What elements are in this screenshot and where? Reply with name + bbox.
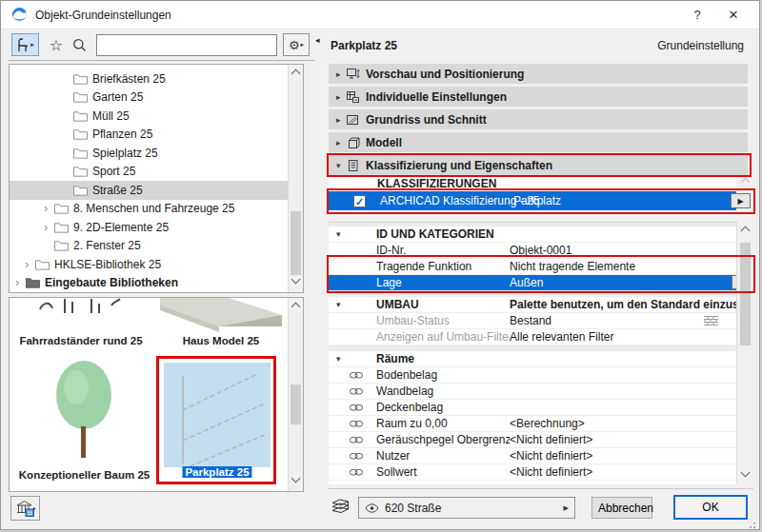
property-row[interactable]: Lage Außen <box>329 275 736 291</box>
eye-icon <box>365 503 379 513</box>
expand-arrow-icon[interactable]: › <box>15 278 26 287</box>
scroll-up-icon[interactable] <box>740 178 750 187</box>
tree-item[interactable]: › HKLSE-Bibliothek 25 <box>10 255 288 274</box>
expand-arrow-icon[interactable]: › <box>44 204 54 213</box>
library-tree: › Briefkästen 25 › Garten 25 › <box>9 64 304 293</box>
scrollbar-thumb[interactable] <box>740 243 751 345</box>
tree-item[interactable]: › Straße 25 <box>10 181 288 200</box>
section-label: Klassifizierung und Eigenschaften <box>366 159 552 172</box>
property-row[interactable]: ID-Nr. Objekt-0001 <box>329 243 736 259</box>
tree-item[interactable]: › 8. Menschen und Fahrzeuge 25 <box>10 200 288 219</box>
property-row[interactable]: Anzeigen auf Umbau-Filter Alle relevante… <box>329 329 736 345</box>
thumb-haus-image[interactable] <box>160 298 282 335</box>
checkbox-checked-icon[interactable]: ✓ <box>353 195 366 207</box>
link-icon <box>350 387 376 396</box>
scroll-down-icon[interactable] <box>741 468 751 478</box>
layer-selector[interactable]: 620 Straße ▶ <box>358 497 575 519</box>
link-icon <box>350 452 376 461</box>
resize-grip[interactable] <box>749 519 756 530</box>
section-bar[interactable]: ▸ Grundriss und Schnitt <box>329 109 748 129</box>
property-label: Bodenbelag <box>376 368 510 382</box>
property-row[interactable]: Sollwert <Nicht definiert> <box>329 464 736 481</box>
tree-item[interactable]: › Pflanzen 25 <box>10 126 288 145</box>
help-button[interactable]: ? <box>683 5 712 26</box>
classification-value: Parkplatz <box>513 194 561 207</box>
preview-scrollbar[interactable] <box>288 298 303 491</box>
section-arrow-icon: ▾ <box>329 161 343 170</box>
section-bar[interactable]: ▸ Modell <box>329 132 748 152</box>
ok-button[interactable]: OK <box>673 495 748 520</box>
classification-row[interactable]: ✓ ARCHICAD Klassifizierung - 25 Parkplat… <box>329 191 736 210</box>
section-bar[interactable]: ▸ Individuelle Einstellungen <box>329 87 748 107</box>
thumb-baum-image[interactable] <box>50 357 118 464</box>
property-row[interactable]: ▾ Räume <box>329 351 736 367</box>
scrollbar-thumb[interactable] <box>291 211 301 275</box>
property-label: UMBAU <box>376 298 510 311</box>
scroll-up-icon[interactable] <box>291 303 301 312</box>
property-row[interactable]: Geräuschpegel Obergrenze <Nicht definier… <box>329 432 736 448</box>
object-type-button[interactable]: ▸ <box>11 33 39 56</box>
property-label: Nutzer <box>376 449 510 463</box>
collapse-arrow-icon[interactable]: ▾ <box>336 229 350 239</box>
scroll-down-icon[interactable] <box>291 275 301 285</box>
classification-popup-button[interactable]: ▶ <box>731 193 751 208</box>
tree-item-label: Müll 25 <box>92 109 130 123</box>
scroll-up-icon[interactable] <box>740 227 750 236</box>
tree-item[interactable]: › Sport 25 <box>10 163 288 182</box>
folder-icon <box>73 166 90 177</box>
properties-scrollbar[interactable] <box>736 222 752 484</box>
section-bar[interactable]: ▸ Vorschau und Positionierung <box>329 64 748 84</box>
thumb-label[interactable]: Haus Model 25 <box>154 335 288 346</box>
properties-list: ▾ ID UND KATEGORIEN ID-Nr. Objekt-0001 <box>329 222 736 484</box>
title-bar[interactable]: Objekt-Grundeinstellungen <box>1 1 759 30</box>
dropdown-arrow-icon: ▸ <box>301 41 305 49</box>
scroll-down-icon[interactable] <box>291 474 301 483</box>
thumb-parkplatz-image <box>164 363 271 470</box>
search-input[interactable] <box>96 34 277 56</box>
thumb-label-selected[interactable]: Parkplatz 25 <box>182 466 251 478</box>
search-button[interactable] <box>69 35 90 54</box>
property-row[interactable]: Tragende Funktion Nicht tragende Element… <box>329 259 736 275</box>
thumb-label[interactable]: Fahrradständer rund 25 <box>14 335 148 346</box>
collapse-arrow-icon[interactable]: ▾ <box>336 300 350 309</box>
property-row[interactable]: Bodenbelag <box>329 367 736 384</box>
library-manager-button[interactable] <box>10 496 40 521</box>
property-row[interactable]: Deckenbelag <box>329 400 736 416</box>
property-row[interactable]: ▾ ID UND KATEGORIEN <box>329 227 736 243</box>
property-label: Anzeigen auf Umbau-Filter <box>376 330 510 344</box>
favorites-button[interactable]: ☆ <box>46 35 67 54</box>
tree-item[interactable]: › Müll 25 <box>10 107 288 126</box>
tree-item[interactable]: › 2. Fenster 25 <box>10 237 288 256</box>
folder-icon <box>73 128 90 140</box>
expand-arrow-icon[interactable]: › <box>44 223 54 232</box>
tree-item-label: Briefkästen 25 <box>92 72 166 86</box>
classifications-header: KLASSIFIZIERUNGEN <box>377 177 496 190</box>
property-label: Umbau-Status <box>376 314 510 327</box>
tree-item[interactable]: › Spielplatz 25 <box>10 144 288 163</box>
property-row[interactable]: Nutzer <Nicht definiert> <box>329 448 736 464</box>
tree-item[interactable]: › Briefkästen 25 <box>10 69 288 89</box>
property-row[interactable] <box>329 481 736 484</box>
cancel-button[interactable]: Abbrechen <box>592 497 652 519</box>
tree-item[interactable]: › 9. 2D-Elemente 25 <box>10 218 288 237</box>
close-button[interactable]: ✕ <box>719 5 748 26</box>
tree-item[interactable]: › Eingebaute Bibliotheken <box>10 274 288 293</box>
scroll-up-icon[interactable] <box>291 69 301 79</box>
scrollbar-thumb[interactable] <box>291 384 301 424</box>
property-row[interactable]: Raum zu 0,00 <Berechnung> <box>329 416 736 432</box>
section-bar[interactable]: ▾ Klassifizierung und Eigenschaften <box>329 155 748 175</box>
thumb-label[interactable]: Konzeptioneller Baum 25 <box>14 469 154 481</box>
thumb-parkplatz-selected[interactable]: Parkplatz 25 <box>160 359 274 483</box>
settings-menu-button[interactable]: ⚙ ▸ <box>283 33 310 56</box>
tree-scrollbar[interactable] <box>288 65 303 292</box>
tree-item-label: 8. Menschen und Fahrzeuge 25 <box>73 202 234 215</box>
collapse-arrow-icon[interactable]: ▾ <box>336 354 350 364</box>
property-row[interactable]: Wandbelag <box>329 384 736 400</box>
tree-item-label: Spielplatz 25 <box>92 147 158 160</box>
thumb-fahrradstaender-image[interactable] <box>36 298 127 316</box>
expand-arrow-icon[interactable]: › <box>25 260 35 269</box>
property-row[interactable]: Umbau-Status Bestand <box>329 313 736 329</box>
tree-item[interactable]: › Garten 25 <box>10 89 288 108</box>
property-row[interactable]: ▾ UMBAU Palette benutzen, um den Standar… <box>329 297 736 313</box>
panel-collapse-icon[interactable]: ◂ <box>315 35 320 45</box>
